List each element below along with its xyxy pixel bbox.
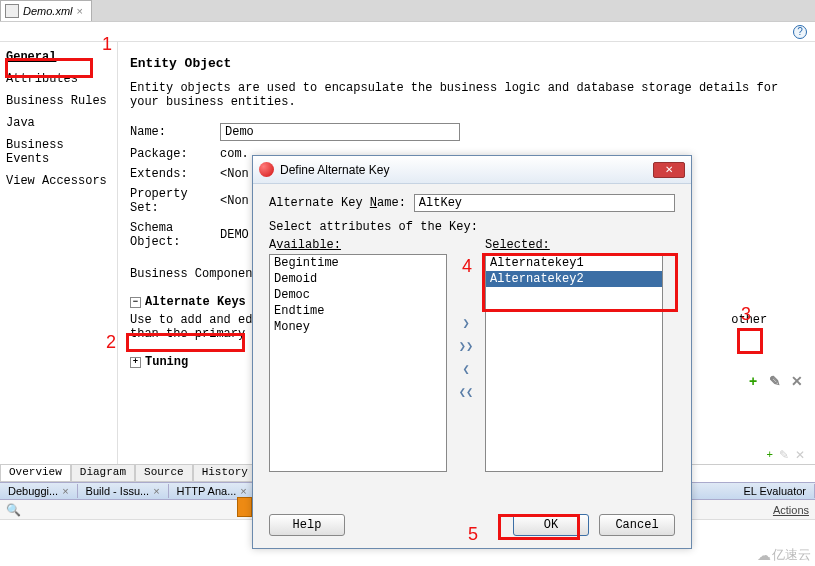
name-input[interactable]: [220, 123, 460, 141]
close-icon[interactable]: ×: [77, 5, 83, 17]
file-tab-bar: Demo.xml ×: [0, 0, 815, 22]
sidenav-attributes[interactable]: Attributes: [0, 68, 117, 90]
delete-icon[interactable]: ✕: [789, 374, 805, 390]
secondary-toolbar: + ✎ ✕: [767, 448, 805, 462]
propset-label: Property Set:: [130, 187, 220, 215]
shuttle-buttons: ❯ ❯❯ ❮ ❮❮: [455, 238, 477, 478]
close-icon[interactable]: ×: [240, 485, 246, 497]
page-description: Entity objects are used to encapsulate t…: [130, 81, 803, 109]
list-item[interactable]: Begintime: [270, 255, 446, 271]
schema-value: DEMO: [220, 228, 249, 242]
select-attributes-label: Select attributes of the Key:: [269, 220, 675, 234]
edit-icon[interactable]: ✎: [767, 374, 783, 390]
editor-help-row: ?: [0, 22, 815, 42]
alternate-keys-header: Alternate Keys: [145, 295, 246, 309]
move-left-icon[interactable]: ❮: [457, 362, 475, 377]
watermark: ☁ 亿速云: [757, 546, 811, 564]
dialog-titlebar[interactable]: Define Alternate Key ✕: [253, 156, 691, 184]
sidenav-view-accessors[interactable]: View Accessors: [0, 170, 117, 192]
package-label: Package:: [130, 147, 220, 161]
available-list[interactable]: Begintime Demoid Democ Endtime Money: [269, 254, 447, 472]
file-tab-label: Demo.xml: [23, 5, 73, 17]
panel-build[interactable]: Build - Issu...×: [78, 484, 169, 498]
alt-key-name-label: Alternate Key Name:: [269, 196, 406, 210]
oracle-icon: [259, 162, 274, 177]
selected-list[interactable]: Alternatekey1 Alternatekey2: [485, 254, 663, 472]
available-label: Available:: [269, 238, 447, 252]
define-alternate-key-dialog: Define Alternate Key ✕ Alternate Key Nam…: [252, 155, 692, 549]
sidenav-business-rules[interactable]: Business Rules: [0, 90, 117, 112]
dialog-body: Alternate Key Name: Select attributes of…: [253, 184, 691, 506]
move-right-icon[interactable]: ❯: [457, 316, 475, 331]
help-icon[interactable]: ?: [793, 25, 807, 39]
add-icon[interactable]: +: [745, 374, 761, 390]
ok-button[interactable]: OK: [513, 514, 589, 536]
list-item[interactable]: Alternatekey1: [486, 255, 662, 271]
alt-keys-toolbar: + ✎ ✕: [745, 374, 805, 390]
alt-key-name-input[interactable]: [414, 194, 675, 212]
page-title: Entity Object: [130, 56, 803, 71]
tab-source[interactable]: Source: [135, 465, 193, 482]
close-icon[interactable]: ×: [153, 485, 159, 497]
help-button[interactable]: Help: [269, 514, 345, 536]
status-indicator: [237, 497, 252, 517]
cloud-icon: ☁: [757, 547, 770, 563]
list-item[interactable]: Alternatekey2: [486, 271, 662, 287]
cancel-button[interactable]: Cancel: [599, 514, 675, 536]
move-all-right-icon[interactable]: ❯❯: [457, 339, 475, 354]
tab-diagram[interactable]: Diagram: [71, 465, 135, 482]
actions-link[interactable]: Actions: [773, 504, 809, 516]
side-nav: General Attributes Business Rules Java B…: [0, 42, 118, 464]
expand-icon[interactable]: +: [130, 357, 141, 368]
name-label: Name:: [130, 125, 220, 139]
delete-icon-2[interactable]: ✕: [795, 448, 805, 462]
tab-history[interactable]: History: [193, 465, 257, 482]
edit-icon-2[interactable]: ✎: [779, 448, 789, 462]
bc-label: Business Components: [130, 267, 267, 281]
panel-debugging[interactable]: Debuggi...×: [0, 484, 78, 498]
sidenav-general[interactable]: General: [0, 46, 117, 68]
propset-value: <Non: [220, 194, 249, 208]
add-icon-2[interactable]: +: [767, 448, 773, 462]
panel-el-evaluator[interactable]: EL Evaluator: [735, 484, 815, 498]
search-icon[interactable]: 🔍: [6, 503, 21, 517]
dialog-buttons: Help OK Cancel: [253, 506, 691, 548]
sidenav-business-events[interactable]: Business Events: [0, 134, 117, 170]
list-item[interactable]: Democ: [270, 287, 446, 303]
collapse-icon[interactable]: −: [130, 297, 141, 308]
list-item[interactable]: Money: [270, 319, 446, 335]
move-all-left-icon[interactable]: ❮❮: [457, 385, 475, 400]
list-item[interactable]: Demoid: [270, 271, 446, 287]
extends-value: <Non: [220, 167, 249, 181]
close-icon[interactable]: ×: [62, 485, 68, 497]
tuning-header: Tuning: [145, 355, 188, 369]
shuttle-lists: Available: Begintime Demoid Democ Endtim…: [269, 238, 675, 478]
xml-file-icon: [5, 4, 19, 18]
panel-http[interactable]: HTTP Ana...×: [169, 484, 256, 498]
list-item[interactable]: Endtime: [270, 303, 446, 319]
file-tab-demo[interactable]: Demo.xml ×: [0, 0, 92, 21]
schema-label: Schema Object:: [130, 221, 220, 249]
selected-label: Selected:: [485, 238, 663, 252]
sidenav-java[interactable]: Java: [0, 112, 117, 134]
dialog-title-text: Define Alternate Key: [280, 163, 389, 177]
tab-overview[interactable]: Overview: [0, 465, 71, 482]
package-value: com.: [220, 147, 249, 161]
window-close-button[interactable]: ✕: [653, 162, 685, 178]
extends-label: Extends:: [130, 167, 220, 181]
